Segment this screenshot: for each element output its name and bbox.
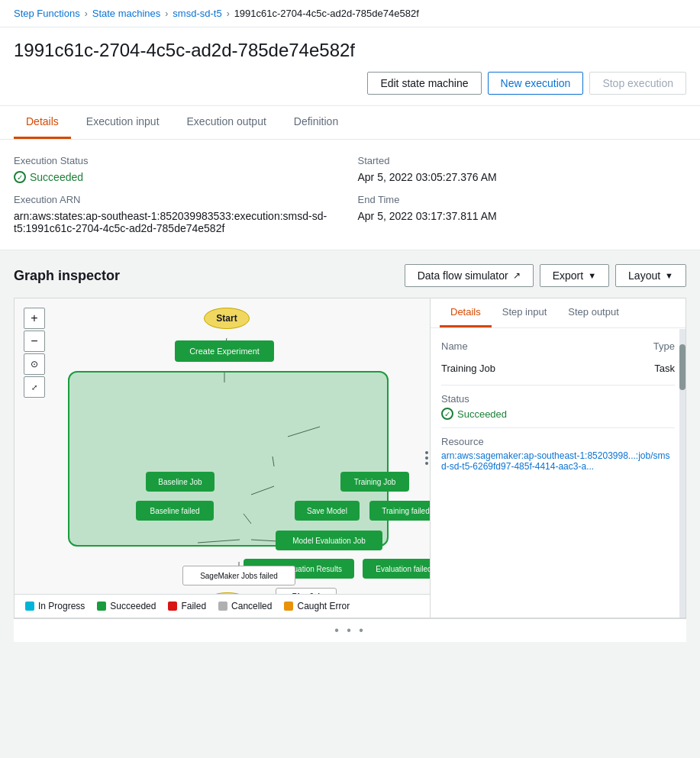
breadcrumb-sep-1: ›	[85, 8, 88, 19]
stop-execution-button: Stop execution	[589, 72, 686, 95]
breadcrumb: Step Functions › State machines › smsd-s…	[0, 0, 700, 27]
details-panel: Details Step input Step output Name Type…	[431, 298, 685, 618]
export-dropdown-icon: ▼	[588, 271, 596, 280]
details-grid: Execution Status ✓ Succeeded Execution A…	[14, 155, 686, 234]
breadcrumb-smsd[interactable]: smsd-sd-t5	[173, 8, 221, 19]
graph-section: Graph inspector Data flow simulator ↗ Ex…	[0, 250, 700, 656]
started-label: Started	[358, 155, 687, 166]
execution-status-value: ✓ Succeeded	[14, 171, 343, 183]
panel-tabs: Details Step input Step output	[431, 298, 685, 328]
zoom-fit-button[interactable]: ⤢	[24, 376, 45, 398]
panel-tab-details[interactable]: Details	[440, 298, 492, 327]
tab-execution-input[interactable]: Execution input	[74, 106, 172, 139]
node-model-eval[interactable]: Model Evaluation Job	[276, 531, 382, 550]
scrollbar-thumb[interactable]	[679, 344, 685, 390]
node-baseline-job[interactable]: Baseline Job	[146, 472, 215, 492]
execution-arn-label: Execution ARN	[14, 194, 343, 205]
tab-definition[interactable]: Definition	[282, 106, 350, 139]
new-execution-button[interactable]: New execution	[488, 72, 584, 95]
zoom-in-button[interactable]: +	[24, 308, 45, 329]
panel-type-label: Type	[653, 340, 675, 352]
page-header: 1991c61c-2704-4c5c-ad2d-785de74e582f Edi…	[0, 27, 700, 106]
layout-button[interactable]: Layout ▼	[615, 264, 686, 287]
breadcrumb-state-machines[interactable]: State machines	[92, 8, 161, 19]
legend-in-progress: In Progress	[25, 601, 85, 611]
panel-status-label: Status	[441, 393, 675, 405]
bottom-more-options[interactable]: • • •	[14, 618, 686, 642]
breadcrumb-sep-3: ›	[227, 8, 230, 19]
panel-status-value: ✓ Succeeded	[441, 408, 675, 420]
breadcrumb-sep-2: ›	[165, 8, 168, 19]
panel-name-value: Training Job	[441, 363, 495, 374]
tab-execution-output[interactable]: Execution output	[175, 106, 279, 139]
graph-panel: + − ⊙ ⤢	[14, 298, 686, 618]
right-details: Started Apr 5, 2022 03:05:27.376 AM End …	[358, 155, 687, 234]
export-button[interactable]: Export ▼	[540, 264, 609, 287]
zoom-reset-button[interactable]: ⊙	[24, 353, 45, 375]
panel-status-text: Succeeded	[457, 408, 507, 420]
details-section: Execution Status ✓ Succeeded Execution A…	[0, 140, 700, 250]
panel-type-value: Task	[654, 363, 675, 374]
edit-state-machine-button[interactable]: Edit state machine	[367, 72, 481, 95]
panel-content: Name Type Training Job Task Status ✓ Suc…	[431, 328, 685, 484]
left-details: Execution Status ✓ Succeeded Execution A…	[14, 155, 343, 234]
node-training-failed[interactable]: Training failed	[369, 501, 431, 521]
execution-arn-value: arn:aws:states:ap-southeast-1:8520399835…	[14, 210, 343, 234]
panel-name-type-values: Training Job Task	[441, 363, 675, 374]
node-start[interactable]: Start	[204, 308, 250, 329]
scrollbar-track[interactable]	[679, 329, 685, 618]
node-training-job[interactable]: Training Job	[340, 472, 409, 492]
node-create-experiment[interactable]: Create Experiment	[175, 340, 274, 362]
page-title: 1991c61c-2704-4c5c-ad2d-785de74e582f	[14, 40, 686, 61]
node-save-model[interactable]: Save Model	[295, 501, 360, 521]
layout-dropdown-icon: ▼	[665, 271, 673, 280]
main-tabs: Details Execution input Execution output…	[0, 106, 700, 140]
started-value: Apr 5, 2022 03:05:27.376 AM	[358, 171, 687, 183]
breadcrumb-step-functions[interactable]: Step Functions	[14, 8, 80, 19]
panel-divider-2	[441, 427, 675, 428]
panel-divider-1	[441, 385, 675, 385]
tab-details[interactable]: Details	[14, 106, 71, 139]
export-label: Export	[553, 269, 583, 282]
graph-header: Graph inspector Data flow simulator ↗ Ex…	[14, 264, 686, 287]
layout-label: Layout	[628, 269, 660, 282]
panel-resize-handle[interactable]	[424, 448, 430, 468]
node-group: Baseline Job Training Job Baseline faile…	[68, 371, 389, 547]
data-flow-simulator-button[interactable]: Data flow simulator ↗	[405, 264, 534, 287]
panel-name-type-row: Name Type	[441, 340, 675, 352]
graph-inner: Start Create Experiment Baseline Job Tra…	[15, 298, 430, 618]
legend-cancelled: Cancelled	[218, 601, 272, 611]
node-baseline-failed[interactable]: Baseline failed	[136, 501, 214, 521]
panel-tab-step-output[interactable]: Step output	[557, 298, 630, 327]
zoom-out-button[interactable]: −	[24, 331, 45, 352]
graph-canvas: + − ⊙ ⤢	[15, 298, 431, 618]
header-actions: Edit state machine New execution Stop ex…	[14, 72, 686, 95]
legend-succeeded: Succeeded	[97, 601, 156, 611]
status-check-icon: ✓	[14, 171, 26, 183]
data-flow-label: Data flow simulator	[418, 269, 508, 282]
zoom-controls: + − ⊙ ⤢	[24, 308, 45, 398]
end-time-label: End Time	[358, 194, 687, 205]
legend-failed: Failed	[168, 601, 206, 611]
panel-status-check-icon: ✓	[441, 408, 453, 420]
graph-title: Graph inspector	[14, 268, 120, 284]
status-text: Succeeded	[30, 171, 83, 183]
graph-legend: In Progress Succeeded Failed Cancelled C…	[15, 594, 430, 618]
panel-tab-step-input[interactable]: Step input	[492, 298, 558, 327]
end-time-value: Apr 5, 2022 03:17:37.811 AM	[358, 210, 687, 222]
node-sagemaker-fail[interactable]: SageMaker Jobs failed	[182, 566, 295, 585]
breadcrumb-current: 1991c61c-2704-4c5c-ad2d-785de74e582f	[234, 8, 419, 19]
panel-resource-value: arn:aws:sagemaker:ap-southeast-1:8520399…	[441, 450, 675, 472]
external-link-icon: ↗	[513, 270, 521, 281]
panel-name-label: Name	[441, 340, 468, 352]
legend-caught-error: Caught Error	[284, 601, 350, 611]
execution-status-label: Execution Status	[14, 155, 343, 166]
node-eval-failed[interactable]: Evaluation failed	[363, 559, 431, 579]
panel-resource-label: Resource	[441, 436, 675, 447]
graph-actions: Data flow simulator ↗ Export ▼ Layout ▼	[405, 264, 686, 287]
